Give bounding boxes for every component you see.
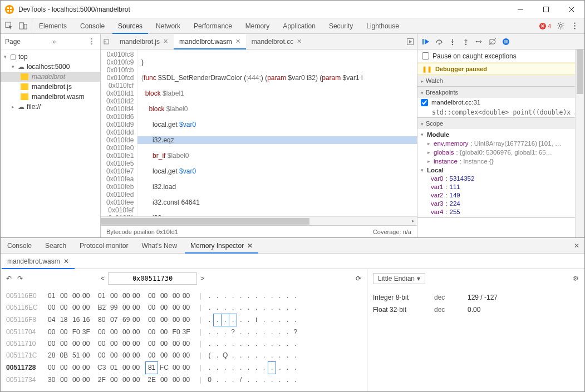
file-tab[interactable]: mandelbrot.js✕ (114, 34, 174, 49)
endian-select[interactable]: Little Endian▾ (373, 273, 425, 284)
close-icon[interactable]: ✕ (297, 38, 302, 45)
tree-file-wasm[interactable]: mandelbrot.wasm (1, 92, 100, 102)
svg-point-13 (574, 25, 575, 26)
device-toggle-icon[interactable] (19, 22, 27, 30)
tree-page[interactable]: mandelbrot (1, 72, 100, 82)
scope-env-memory[interactable]: env.memory: Uint8Array(16777216) [101, … (421, 139, 581, 148)
tabs-run-icon[interactable] (404, 34, 417, 49)
main-tab-performance[interactable]: Performance (187, 18, 239, 33)
settings-icon[interactable] (557, 22, 565, 30)
main-tab-console[interactable]: Console (73, 18, 111, 33)
step-into-icon[interactable] (449, 38, 456, 46)
drawer-tabs: ConsoleSearchProtocol monitorWhat's NewM… (1, 238, 584, 254)
step-over-icon[interactable] (435, 38, 443, 46)
main-tab-network[interactable]: Network (149, 18, 187, 33)
editor-statusbar: Bytecode position 0x10fd1 Coverage: n/a (101, 225, 417, 237)
redo-icon[interactable]: ↷ (17, 275, 23, 282)
main-tab-security[interactable]: Security (322, 18, 360, 33)
step-icon[interactable] (475, 38, 483, 46)
local-var[interactable]: var4: 255 (421, 208, 581, 216)
more-icon[interactable] (571, 22, 579, 30)
horizontal-scrollbar[interactable]: ▸ (101, 216, 417, 225)
svg-rect-9 (19, 23, 24, 29)
file-tabs: mandelbrot.js✕mandelbrot.wasm✕mandelbrot… (101, 34, 417, 49)
scope-globals[interactable]: globals: {global0: 5306976, global1: 65… (421, 148, 581, 157)
memory-inspector-body: ↶ ↷ < > ⟳ 005116E00100000001000000000000… (1, 269, 584, 391)
scope-instance[interactable]: instance: Instance {} (421, 157, 581, 166)
drawer-tab[interactable]: Search (38, 238, 73, 253)
drawer-tab[interactable]: Memory Inspector✕ (184, 238, 259, 253)
pause-caught-checkbox[interactable]: Pause on caught exceptions (417, 49, 584, 63)
address-input[interactable] (108, 272, 197, 285)
deactivate-bp-icon[interactable] (489, 38, 496, 46)
close-button[interactable] (559, 1, 584, 18)
interpret-settings-icon[interactable]: ⚙ (573, 275, 579, 282)
devtools-icon (5, 5, 14, 14)
drawer-tab[interactable]: Console (1, 238, 38, 253)
undo-icon[interactable]: ↶ (6, 275, 12, 282)
nav-more-tabs-icon[interactable]: » (52, 38, 56, 46)
refresh-icon[interactable]: ⟳ (356, 275, 361, 282)
nav-more-icon[interactable] (87, 37, 96, 46)
drawer: ConsoleSearchProtocol monitorWhat's NewM… (1, 237, 584, 391)
tree-top[interactable]: ▢top (1, 52, 100, 62)
hex-viewer[interactable]: 005116E0010000000100000000000000|.......… (1, 288, 367, 391)
watch-section[interactable]: Watch (417, 75, 584, 87)
vertical-scrollbar[interactable] (575, 49, 584, 237)
tree-file-scheme[interactable]: ☁file:// (1, 102, 100, 112)
svg-point-11 (559, 24, 562, 27)
maximize-button[interactable] (533, 1, 559, 18)
scope-module[interactable]: Module (421, 130, 581, 139)
main-tab-elements[interactable]: Elements (32, 18, 73, 33)
main-tab-memory[interactable]: Memory (239, 18, 276, 33)
drawer-tab[interactable]: Protocol monitor (73, 238, 135, 253)
tabs-prev-icon[interactable] (101, 34, 114, 49)
svg-point-16 (91, 41, 92, 42)
svg-point-26 (503, 38, 509, 45)
drawer-close-icon[interactable]: ✕ (569, 238, 584, 253)
close-icon[interactable]: ✕ (163, 38, 168, 45)
svg-point-15 (91, 38, 92, 39)
scope-local[interactable]: Local (421, 166, 581, 175)
error-badge[interactable]: ✕4 (539, 23, 551, 29)
bytecode-position: Bytecode position 0x10fd1 (106, 229, 178, 235)
tree-host[interactable]: ☁localhost:5000 (1, 62, 100, 72)
local-var[interactable]: var0: 5314352 (421, 175, 581, 183)
main-tab-application[interactable]: Application (276, 18, 322, 33)
inspect-icon[interactable] (5, 22, 13, 30)
local-var[interactable]: var3: 224 (421, 200, 581, 208)
chevron-down-icon: ▾ (417, 275, 420, 282)
step-out-icon[interactable] (462, 38, 470, 46)
main-tab-lighthouse[interactable]: Lighthouse (360, 18, 406, 33)
svg-rect-1 (10, 7, 12, 9)
svg-rect-0 (7, 7, 9, 9)
breakpoint-item[interactable]: mandelbrot.cc:31 (417, 98, 584, 107)
local-var[interactable]: var2: 149 (421, 191, 581, 200)
pause-exceptions-icon[interactable] (502, 38, 510, 46)
main-tab-sources[interactable]: Sources (111, 18, 149, 33)
window-buttons (508, 1, 584, 18)
bp-checkbox[interactable] (421, 99, 428, 106)
local-var[interactable]: var1: 111 (421, 183, 581, 191)
minimize-button[interactable] (508, 1, 533, 18)
close-icon[interactable]: ✕ (235, 38, 240, 45)
debug-toolbar (417, 34, 584, 49)
close-icon[interactable]: ✕ (247, 242, 253, 250)
inspect-tools (1, 18, 32, 33)
error-icon: ✕ (539, 23, 546, 29)
pause-caught-input[interactable] (422, 52, 429, 59)
close-icon[interactable]: ✕ (63, 257, 69, 265)
tree-file-js[interactable]: mandelbrot.js (1, 82, 100, 92)
code-editor[interactable]: 0x010fc80x010fc90x010fcb0x010fcd0x010fcf… (101, 49, 417, 216)
code-lines: ) (func $SDL_SetRenderDrawColor (;444;) … (137, 49, 417, 216)
resume-icon[interactable] (422, 38, 430, 46)
drawer-tab[interactable]: What's New (135, 238, 184, 253)
memory-file-tab[interactable]: mandelbrot.wasm✕ (1, 254, 76, 269)
breakpoints-section: Breakpoints mandelbrot.cc:31 std::comple… (417, 87, 584, 118)
next-page-icon[interactable]: > (200, 275, 204, 282)
prev-page-icon[interactable]: < (101, 275, 105, 282)
svg-point-14 (574, 28, 575, 29)
debugger-paused-banner: ❚❚ Debugger paused (417, 63, 584, 75)
file-tab[interactable]: mandelbrot.cc✕ (246, 34, 307, 49)
file-tab[interactable]: mandelbrot.wasm✕ (174, 34, 246, 49)
